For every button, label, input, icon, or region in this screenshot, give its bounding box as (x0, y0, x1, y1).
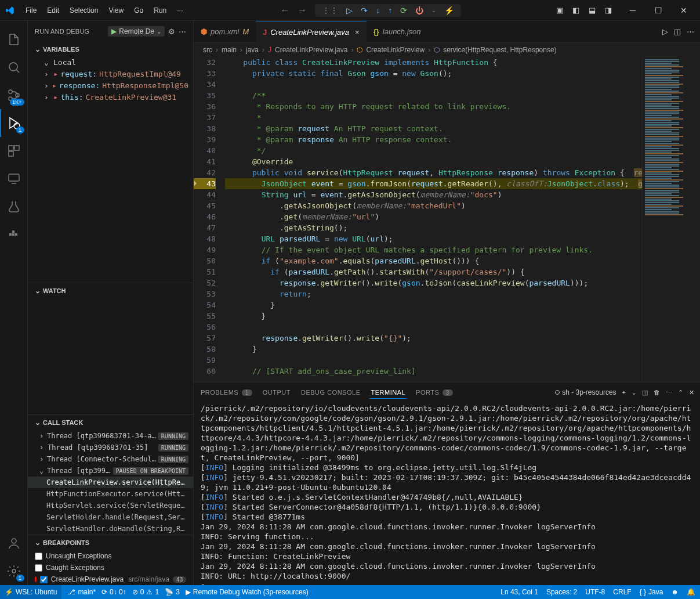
split-terminal-icon[interactable]: ◫ (642, 389, 648, 396)
step-over-icon[interactable]: ↷ (358, 6, 370, 15)
activity-explorer[interactable] (0, 26, 28, 53)
activity-search[interactable] (0, 53, 28, 81)
restart-icon[interactable]: ⟳ (398, 6, 409, 15)
thread-row[interactable]: ›Thread [Connector-Scheduler-…RUNNING (28, 453, 193, 465)
debug-dropdown-icon[interactable]: ⌄ (429, 7, 438, 13)
terminal-content[interactable]: /pierrick/.m2/repository/io/cloudevents/… (194, 402, 700, 585)
split-icon[interactable]: ◫ (674, 27, 681, 36)
activity-account[interactable] (0, 529, 28, 557)
more-icon[interactable]: ⋯ (179, 27, 186, 36)
menu-selection[interactable]: Selection (65, 4, 103, 17)
nav-forward[interactable]: → (298, 5, 307, 16)
stack-frame[interactable]: ServletHandler.doHandle(String,Reque (28, 523, 193, 535)
panel-ports[interactable]: PORTS 3 (415, 387, 454, 398)
sb-errors[interactable]: ⊘ 0 ⚠ 1 (132, 588, 159, 596)
variable-row[interactable]: ›▸request: HttpRequestImpl@49 (28, 68, 193, 80)
more-actions-icon[interactable]: ⋯ (687, 27, 694, 36)
panel-output[interactable]: OUTPUT (262, 387, 292, 398)
sb-feedback[interactable]: ☻ (671, 588, 679, 596)
bp-uncaught[interactable]: Uncaught Exceptions (28, 550, 193, 562)
menu-more[interactable]: ··· (172, 4, 187, 17)
run-configuration[interactable]: ▶ Remote De ⌄ (108, 26, 165, 37)
sb-lang[interactable]: { } Java (640, 588, 663, 596)
watch-header[interactable]: WATCH (28, 283, 193, 298)
callstack-header[interactable]: CALL STACK (28, 415, 193, 430)
panel-maximize-icon[interactable]: ⌃ (678, 389, 683, 396)
code-content[interactable]: public class CreateLinkPreview implement… (225, 57, 642, 382)
remote-indicator[interactable]: ⚡WSL: Ubuntu (0, 585, 61, 599)
stack-frame[interactable]: ServletHolder.handle(Request,Servlet (28, 511, 193, 523)
scope-local[interactable]: ⌄Local (28, 57, 193, 68)
nav-back[interactable]: ← (280, 5, 289, 16)
step-out-icon[interactable]: ↑ (386, 6, 394, 15)
close-button[interactable]: ✕ (672, 6, 695, 15)
minimap[interactable] (642, 57, 700, 382)
panel-right-icon[interactable]: ◨ (603, 3, 614, 17)
activity-settings[interactable]: 1 (0, 557, 28, 585)
terminal-shell[interactable]: sh - 3p-resources (555, 388, 616, 396)
minimize-button[interactable]: ─ (621, 6, 644, 15)
sb-eol[interactable]: CRLF (613, 588, 631, 596)
variables-header[interactable]: VARIABLES (28, 42, 193, 57)
activity-remote[interactable] (0, 165, 28, 193)
thread-row[interactable]: ›Thread [qtp399683701-34-acce…RUNNING (28, 430, 193, 442)
gear-icon[interactable]: ⚙ (168, 27, 175, 36)
menu-edit[interactable]: Edit (42, 4, 64, 17)
editor-tab[interactable]: {}launch.json (367, 21, 428, 43)
maximize-button[interactable]: ☐ (647, 6, 670, 15)
sidebar-header: RUN AND DEBUG ▶ Remote De ⌄ ⚙ ⋯ (28, 21, 193, 42)
menu-go[interactable]: Go (129, 4, 148, 17)
panel-terminal[interactable]: TERMINAL (369, 387, 407, 399)
variable-row[interactable]: ›▸response: HttpResponseImpl@50 (28, 80, 193, 91)
panel-bottom-icon[interactable]: ⬓ (586, 3, 598, 17)
activity-docker[interactable] (0, 221, 28, 248)
sb-line[interactable]: Ln 43, Col 1 (500, 588, 538, 596)
sb-notifications[interactable]: 🔔 (687, 588, 695, 596)
breadcrumb[interactable]: src› main› java› JCreateLinkPreview.java… (194, 43, 700, 57)
layout-customize-icon[interactable]: ▣ (554, 3, 565, 17)
sb-ports[interactable]: 📡3 (165, 588, 180, 596)
run-icon[interactable]: ▷ (662, 27, 668, 36)
activity-debug[interactable]: 1 (0, 109, 28, 137)
stack-frame[interactable]: HttpServlet.service(ServletRequest,S (28, 500, 193, 511)
panel-close-icon[interactable]: ✕ (689, 389, 694, 396)
step-into-icon[interactable]: ↓ (373, 6, 382, 15)
new-terminal-icon[interactable]: + (622, 389, 626, 396)
bp-caught[interactable]: Caught Exceptions (28, 562, 193, 573)
breakpoints-header[interactable]: BREAKPOINTS (28, 535, 193, 550)
stack-frame[interactable]: CreateLinkPreview.service(HttpReques (28, 477, 193, 488)
debug-icon: ▶ (186, 588, 191, 596)
trash-icon[interactable]: 🗑 (654, 389, 660, 396)
terminal-dropdown-icon[interactable]: ⌄ (632, 389, 636, 396)
stack-frame[interactable]: HttpFunctionExecutor.service(HttpSer (28, 488, 193, 500)
variable-row[interactable]: ›▸this: CreateLinkPreview@31 (28, 91, 193, 103)
sb-spaces[interactable]: Spaces: 2 (546, 588, 577, 596)
thread-row[interactable]: ›Thread [qtp399683701-35]RUNNING (28, 442, 193, 453)
menu-file[interactable]: File (21, 4, 41, 17)
drag-handle-icon[interactable]: ⋮⋮ (320, 6, 340, 15)
code-editor[interactable]: 3233343536373839404142434445464748495051… (194, 57, 700, 382)
thread-row[interactable]: ⌄Thread [qtp39968…PAUSED ON BREAKPOINT (28, 465, 193, 477)
editor-tab[interactable]: ⬢pom.xmlM (194, 21, 256, 43)
panel-more-icon[interactable]: ⋯ (666, 389, 672, 396)
panel-debug-console[interactable]: DEBUG CONSOLE (300, 387, 361, 398)
svg-rect-10 (12, 233, 14, 236)
activity-scm[interactable]: 1K+ (0, 81, 28, 109)
svg-rect-11 (15, 233, 17, 236)
svg-rect-9 (9, 233, 12, 236)
panel-problems[interactable]: PROBLEMS 1 (200, 387, 253, 398)
sb-debugger[interactable]: ▶Remote Debug Watch (3p-resources) (186, 588, 309, 596)
activity-testing[interactable] (0, 193, 28, 221)
editor-tab[interactable]: JCreateLinkPreview.java× (256, 21, 367, 43)
disconnect-icon[interactable]: ⏻ (413, 6, 426, 15)
menu-run[interactable]: Run (149, 4, 171, 17)
sb-sync[interactable]: ⟳ 0↓ 0↑ (101, 588, 126, 596)
hot-reload-icon[interactable]: ⚡ (442, 6, 456, 15)
sb-branch[interactable]: ⎇main* (67, 588, 96, 596)
bp-file[interactable]: CreateLinkPreview.java src/main/java 43 (28, 573, 193, 585)
menu-view[interactable]: View (104, 4, 128, 17)
continue-icon[interactable]: ▷ (344, 6, 355, 15)
activity-extensions[interactable] (0, 137, 28, 165)
panel-left-icon[interactable]: ◧ (570, 3, 582, 17)
sb-encoding[interactable]: UTF-8 (585, 588, 605, 596)
